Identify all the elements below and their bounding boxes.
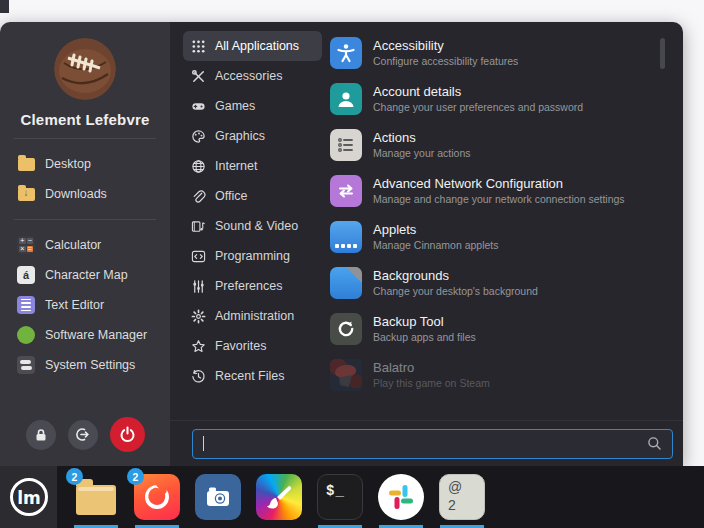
network-arrows-icon: [330, 175, 362, 207]
app-title: Applets: [373, 222, 499, 238]
search-input[interactable]: [192, 429, 673, 459]
menu-main: All Applications Accessories: [170, 22, 683, 466]
app-advanced-network-configuration[interactable]: Advanced Network Configuration Manage an…: [330, 168, 659, 214]
actions-list-icon: [330, 129, 362, 161]
sidebar-item-label: Calculator: [45, 238, 101, 252]
app-balatro[interactable]: Balatro Play this game on Steam: [330, 352, 659, 398]
svg-text:lm: lm: [17, 488, 41, 508]
history-icon: [191, 369, 206, 384]
session-buttons: [0, 417, 170, 454]
category-label: Games: [215, 99, 255, 113]
notification-badge: 2: [66, 468, 83, 485]
text-caret: [203, 436, 204, 451]
category-label: Sound & Video: [215, 219, 298, 233]
app-title: Account details: [373, 84, 583, 100]
email-at-symbol: @: [448, 479, 462, 497]
menu-button[interactable]: lm: [0, 466, 57, 528]
app-actions[interactable]: Actions Manage your actions: [330, 122, 659, 168]
sidebar-item-text-editor[interactable]: Text Editor: [0, 290, 170, 320]
category-label: Recent Files: [215, 369, 284, 383]
category-label: All Applications: [215, 39, 299, 53]
terminal-prompt-text: $_: [326, 483, 345, 499]
app-title: Accessibility: [373, 38, 518, 54]
sidebar-item-character-map[interactable]: á Character Map: [0, 260, 170, 290]
taskbar-firefox[interactable]: 2: [134, 474, 180, 520]
taskbar-email[interactable]: @ 2: [439, 474, 485, 520]
sidebar-item-calculator[interactable]: +−×= Calculator: [0, 230, 170, 260]
category-sound-video[interactable]: Sound & Video: [183, 211, 322, 241]
app-applets[interactable]: Applets Manage Cinnamon applets: [330, 214, 659, 260]
app-backup-tool[interactable]: Backup Tool Backup apps and files: [330, 306, 659, 352]
calculator-icon: +−×=: [17, 236, 35, 254]
film-note-icon: [191, 219, 206, 234]
app-description: Configure accessibility features: [373, 55, 518, 68]
camera-icon: [195, 474, 241, 520]
cinnamon-menu: Clement Lefebvre Desktop Downloads +−×= …: [0, 22, 683, 466]
taskbar: lm 2 2: [0, 466, 704, 528]
files-folder-icon: [76, 485, 116, 515]
taskbar-slack[interactable]: [378, 474, 424, 520]
category-label: Programming: [215, 249, 290, 263]
grid-icon: [191, 39, 206, 54]
category-label: Preferences: [215, 279, 282, 293]
taskbar-drawing[interactable]: [256, 474, 302, 520]
sidebar-item-software-manager[interactable]: Software Manager: [0, 320, 170, 350]
app-description: Play this game on Steam: [373, 377, 490, 390]
sidebar-item-label: Desktop: [45, 157, 91, 171]
category-internet[interactable]: Internet: [183, 151, 322, 181]
category-label: Internet: [215, 159, 257, 173]
app-account-details[interactable]: Account details Change your user prefere…: [330, 76, 659, 122]
software-manager-icon: [17, 326, 35, 344]
sidebar-item-label: Character Map: [45, 268, 128, 282]
lock-icon: [34, 428, 48, 442]
power-button[interactable]: [110, 417, 145, 452]
character-map-icon: á: [17, 266, 35, 284]
app-backgrounds[interactable]: Backgrounds Change your desktop's backgr…: [330, 260, 659, 306]
code-icon: [191, 249, 206, 264]
sidebar-item-desktop[interactable]: Desktop: [0, 149, 170, 179]
paintbrush-icon: [256, 474, 302, 520]
logout-button[interactable]: [68, 420, 98, 450]
app-accessibility[interactable]: Accessibility Configure accessibility fe…: [330, 30, 659, 76]
category-programming[interactable]: Programming: [183, 241, 322, 271]
app-description: Manage Cinnamon applets: [373, 239, 499, 252]
backup-refresh-icon: [330, 313, 362, 345]
backgrounds-wallpaper-icon: [330, 267, 362, 299]
applets-panel-icon: [330, 221, 362, 253]
category-favorites[interactable]: Favorites: [183, 331, 322, 361]
user-name: Clement Lefebvre: [0, 111, 170, 128]
taskbar-files[interactable]: 2: [73, 474, 119, 520]
sidebar-item-label: Software Manager: [45, 328, 147, 342]
text-editor-icon: [17, 296, 35, 314]
email-unread-count: 2: [448, 497, 456, 515]
avatar[interactable]: [54, 38, 116, 100]
power-icon: [119, 426, 136, 443]
category-accessories[interactable]: Accessories: [183, 61, 322, 91]
lock-button[interactable]: [26, 420, 56, 450]
category-list: All Applications Accessories: [170, 22, 322, 420]
category-graphics[interactable]: Graphics: [183, 121, 322, 151]
app-description: Change your desktop's background: [373, 285, 538, 298]
category-preferences[interactable]: Preferences: [183, 271, 322, 301]
app-description: Change your user preferences and passwor…: [373, 101, 583, 114]
taskbar-screenshot[interactable]: [195, 474, 241, 520]
category-games[interactable]: Games: [183, 91, 322, 121]
category-label: Office: [215, 189, 247, 203]
category-office[interactable]: Office: [183, 181, 322, 211]
email-icon: @ 2: [439, 474, 485, 520]
taskbar-terminal[interactable]: $_: [317, 474, 363, 520]
linux-mint-logo-icon: lm: [8, 476, 50, 518]
sidebar-item-label: Downloads: [45, 187, 107, 201]
category-all-applications[interactable]: All Applications: [183, 31, 322, 61]
star-icon: [191, 339, 206, 354]
gamepad-icon: [191, 99, 206, 114]
category-label: Favorites: [215, 339, 266, 353]
category-label: Accessories: [215, 69, 282, 83]
sidebar-item-system-settings[interactable]: System Settings: [0, 350, 170, 380]
gear-icon: [191, 309, 206, 324]
scrollbar-thumb[interactable]: [660, 38, 665, 69]
category-recent-files[interactable]: Recent Files: [183, 361, 322, 391]
sidebar-item-downloads[interactable]: Downloads: [0, 179, 170, 209]
app-description: Backup apps and files: [373, 331, 476, 344]
category-administration[interactable]: Administration: [183, 301, 322, 331]
